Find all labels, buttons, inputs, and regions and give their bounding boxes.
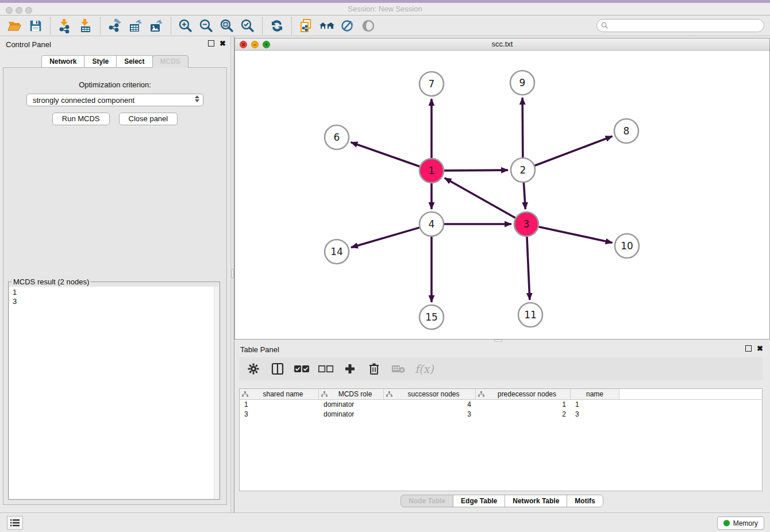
column-header-predecessor-nodes[interactable]: predecessor nodes	[476, 389, 571, 399]
tab-style[interactable]: Style	[84, 55, 117, 68]
network-minimize-icon[interactable]: −	[251, 41, 259, 48]
node-6[interactable]: 6	[325, 125, 349, 149]
network-maximize-icon[interactable]: +	[263, 41, 270, 48]
tab-select[interactable]: Select	[116, 55, 152, 68]
network-canvas[interactable]: 7968124314101511	[235, 51, 769, 339]
edge-2-9[interactable]	[522, 98, 523, 157]
import-table-icon[interactable]	[75, 17, 96, 35]
node-15[interactable]: 15	[419, 305, 444, 329]
select-all-icon[interactable]	[294, 361, 309, 376]
table-cell[interactable]: 1	[571, 400, 619, 410]
column-header-name[interactable]: name	[571, 389, 619, 399]
table-cell[interactable]: 2	[476, 410, 571, 419]
home-view-icon[interactable]	[317, 17, 337, 35]
app-close-icon[interactable]	[6, 7, 13, 14]
table-cell[interactable]: 1	[476, 400, 571, 410]
network-window-titlebar[interactable]: ✕ − + scc.txt	[235, 38, 769, 51]
control-panel-header: Control Panel ✖	[0, 36, 230, 52]
toggle-graphics-details-icon[interactable]	[337, 17, 358, 35]
edge-1-2[interactable]	[444, 170, 508, 171]
node-table-body[interactable]: 1dominator4113dominator323	[240, 400, 762, 419]
column-header-MCDS-role[interactable]: MCDS role	[319, 389, 384, 399]
table-settings-icon[interactable]	[246, 361, 261, 376]
node-table[interactable]: shared nameMCDS rolesuccessor nodesprede…	[239, 388, 763, 491]
table-cell[interactable]: 3	[571, 410, 619, 419]
node-9[interactable]: 9	[510, 71, 534, 95]
vertical-splitter[interactable]	[230, 36, 234, 512]
tab-network-table[interactable]: Network Table	[505, 495, 567, 507]
tab-motifs[interactable]: Motifs	[567, 495, 603, 507]
mcds-result-item[interactable]: 1	[13, 288, 219, 297]
node-3[interactable]: 3	[514, 212, 538, 236]
edge-2-3[interactable]	[523, 183, 525, 209]
table-cell[interactable]: dominator	[319, 400, 384, 410]
vertical-splitter-handle[interactable]	[232, 269, 234, 278]
tab-node-table[interactable]: Node Table	[401, 495, 453, 507]
node-7[interactable]: 7	[419, 72, 444, 96]
node-11[interactable]: 11	[518, 303, 542, 327]
control-panel: Control Panel ✖ NetworkStyleSelectMCDS O…	[0, 36, 230, 512]
close-table-panel-icon[interactable]: ✖	[757, 345, 763, 352]
deselect-all-icon[interactable]	[318, 361, 333, 376]
node-8[interactable]: 8	[614, 119, 638, 143]
svg-text:8: 8	[623, 125, 630, 137]
table-cell[interactable]: 3	[384, 410, 476, 419]
horizontal-splitter-handle[interactable]	[494, 340, 502, 342]
import-network-icon[interactable]	[55, 17, 75, 35]
edge-3-10[interactable]	[538, 227, 612, 243]
float-panel-icon[interactable]	[208, 40, 214, 47]
optimization-criterion-select[interactable]: strongly connected component	[26, 94, 203, 106]
edge-1-6[interactable]	[351, 142, 420, 167]
search-input[interactable]	[611, 22, 764, 30]
run-mcds-button[interactable]: Run MCDS	[52, 113, 110, 125]
app-zoom-icon[interactable]	[25, 7, 32, 14]
node-table-header[interactable]: shared nameMCDS rolesuccessor nodesprede…	[240, 389, 762, 400]
toolbar-separator	[100, 17, 101, 34]
edge-4-14[interactable]	[351, 228, 419, 248]
mcds-result-scrollbar[interactable]	[214, 287, 219, 499]
zoom-in-icon[interactable]	[175, 17, 196, 35]
apply-layout-icon[interactable]	[267, 17, 287, 35]
node-1[interactable]: 1	[419, 159, 444, 183]
mcds-result-list[interactable]: 13	[9, 287, 219, 499]
table-cell[interactable]: 3	[240, 410, 319, 419]
close-panel-icon[interactable]: ✖	[220, 40, 226, 47]
zoom-selected-icon[interactable]	[237, 17, 258, 35]
tab-network[interactable]: Network	[41, 55, 84, 68]
save-session-icon[interactable]	[25, 17, 46, 35]
edge-3-11[interactable]	[527, 237, 530, 300]
node-14[interactable]: 14	[325, 240, 349, 264]
delete-column-icon[interactable]	[367, 361, 382, 376]
column-header-shared-name[interactable]: shared name	[240, 389, 319, 399]
search-field[interactable]	[596, 19, 764, 32]
split-columns-icon[interactable]	[270, 361, 285, 376]
export-table-icon[interactable]	[125, 17, 146, 35]
duplicate-network-icon[interactable]	[296, 17, 317, 35]
table-row[interactable]: 1dominator411	[240, 400, 762, 410]
float-table-panel-icon[interactable]	[745, 345, 752, 352]
tab-edge-table[interactable]: Edge Table	[453, 495, 505, 507]
node-10[interactable]: 10	[615, 234, 639, 258]
table-row[interactable]: 3dominator323	[240, 410, 762, 419]
column-header-successor-nodes[interactable]: successor nodes	[384, 389, 476, 399]
export-network-icon[interactable]	[105, 17, 125, 35]
memory-button[interactable]: Memory	[717, 516, 764, 530]
task-history-button[interactable]	[7, 516, 23, 530]
node-2[interactable]: 2	[511, 158, 535, 182]
network-close-icon[interactable]: ✕	[240, 41, 247, 48]
zoom-fit-icon[interactable]	[217, 17, 237, 35]
node-4[interactable]: 4	[419, 212, 444, 236]
open-session-icon[interactable]	[5, 17, 25, 35]
mcds-result-item[interactable]: 3	[13, 297, 219, 306]
app-minimize-icon[interactable]	[16, 7, 22, 14]
edge-2-8[interactable]	[535, 136, 613, 165]
table-cell[interactable]: dominator	[319, 410, 384, 419]
tab-mcds[interactable]: MCDS	[152, 55, 188, 68]
export-image-icon[interactable]	[146, 17, 167, 35]
zoom-out-icon[interactable]	[196, 17, 217, 35]
add-column-icon[interactable]	[342, 361, 357, 376]
close-panel-button[interactable]: Close panel	[119, 113, 178, 125]
edge-3-1[interactable]	[445, 178, 515, 218]
table-cell[interactable]: 4	[384, 400, 476, 410]
table-cell[interactable]: 1	[240, 400, 319, 410]
